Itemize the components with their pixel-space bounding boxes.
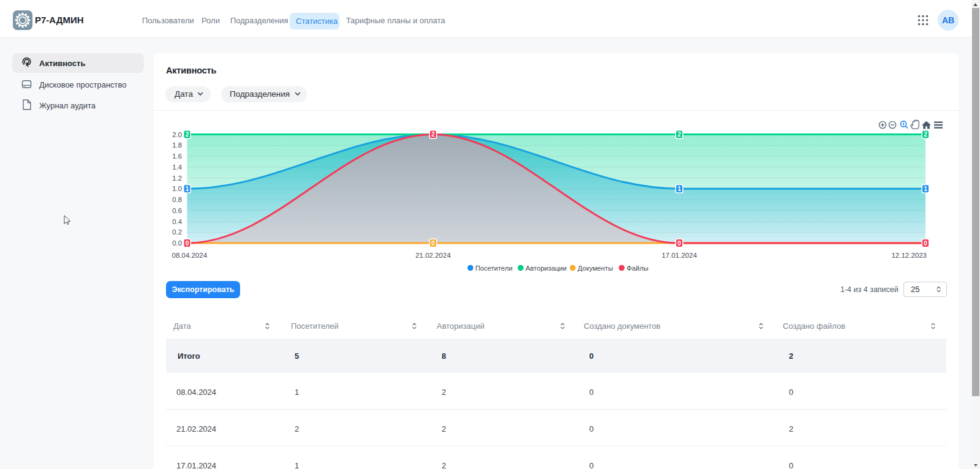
svg-text:2.0: 2.0 — [172, 131, 182, 138]
svg-text:0.2: 0.2 — [172, 228, 182, 236]
svg-text:1: 1 — [924, 186, 927, 192]
svg-text:Посетители: Посетители — [475, 265, 513, 272]
svg-text:0: 0 — [431, 240, 435, 247]
svg-text:0.4: 0.4 — [172, 218, 182, 225]
svg-text:Авторизации: Авторизации — [526, 265, 567, 272]
svg-text:12.12.2023: 12.12.2023 — [891, 252, 927, 259]
svg-text:0.6: 0.6 — [172, 207, 182, 214]
svg-text:1.6: 1.6 — [172, 152, 182, 160]
svg-text:1.0: 1.0 — [172, 185, 182, 192]
svg-text:Файлы: Файлы — [627, 265, 649, 272]
svg-text:1.8: 1.8 — [172, 141, 182, 149]
svg-text:08.04.2024: 08.04.2024 — [172, 252, 208, 259]
svg-text:1.2: 1.2 — [172, 174, 182, 182]
svg-text:0: 0 — [186, 240, 189, 247]
svg-text:Документы: Документы — [578, 265, 613, 272]
svg-text:2: 2 — [186, 131, 189, 138]
svg-text:1: 1 — [677, 186, 681, 192]
svg-text:0: 0 — [677, 240, 681, 247]
svg-text:0: 0 — [924, 240, 927, 247]
svg-text:0.8: 0.8 — [172, 196, 182, 203]
svg-text:2: 2 — [924, 131, 927, 138]
svg-text:21.02.2024: 21.02.2024 — [415, 252, 451, 259]
svg-text:2: 2 — [431, 131, 435, 138]
svg-text:17.01.2024: 17.01.2024 — [662, 252, 697, 259]
svg-text:2: 2 — [677, 131, 681, 138]
svg-text:1: 1 — [186, 186, 189, 192]
svg-text:1.4: 1.4 — [172, 163, 182, 171]
svg-text:0.0: 0.0 — [172, 239, 182, 247]
